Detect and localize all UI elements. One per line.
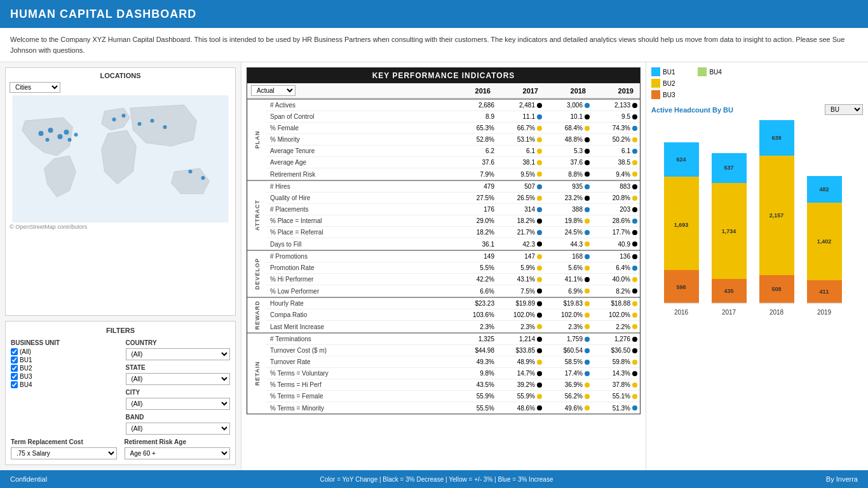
table-row: % Terms = Minority 55.5% 48.6% 49.6% 51.… bbox=[266, 402, 640, 414]
country-select[interactable]: (All) bbox=[126, 348, 231, 360]
svg-text:2019: 2019 bbox=[817, 309, 832, 316]
reward-label: REWARD bbox=[247, 298, 266, 332]
city-select[interactable]: (All) bbox=[126, 398, 231, 410]
svg-point-7 bbox=[74, 133, 78, 137]
table-row: Promotion Rate 5.5% 5.9% 5.6% 6.4% bbox=[266, 262, 640, 274]
bu4-legend: BU4 bbox=[698, 67, 721, 76]
table-row: # Hires 479 507 935 883 bbox=[266, 181, 640, 193]
chart-area: 598 1,693 624 2016 435 1,734 537 bbox=[651, 119, 863, 465]
right-panel: BU1 BU2 BU3 BU4 bbox=[646, 62, 868, 470]
bu-all-checkbox[interactable]: (All) bbox=[11, 348, 116, 355]
svg-text:482: 482 bbox=[819, 186, 829, 193]
country-label: COUNTRY bbox=[126, 339, 231, 346]
page-header: HUMAN CAPITAL DASHBOARD bbox=[0, 0, 868, 28]
table-row: Span of Control 8.9 11.1 10.1 9.5 bbox=[266, 111, 640, 123]
svg-text:2017: 2017 bbox=[722, 309, 736, 316]
view-select[interactable]: Actual bbox=[251, 85, 295, 96]
table-row: Last Merit Increase 2.3% 2.3% 2.3% 2.2% bbox=[266, 321, 640, 332]
page-title: HUMAN CAPITAL DASHBOARD bbox=[10, 8, 196, 21]
bu1-legend-box bbox=[651, 67, 660, 76]
svg-text:639: 639 bbox=[771, 135, 781, 141]
table-row: % Hi Performer 42.2% 43.1% 41.1% 40.0% bbox=[266, 274, 640, 285]
table-row: Average Age 37.6 38.1 37.6 38.5 bbox=[266, 157, 640, 168]
bu3-legend-box bbox=[651, 90, 660, 99]
cities-dropdown[interactable]: Cities bbox=[10, 82, 60, 93]
quality-of-hire-row: Quality of Hire 27.5% 26.5% 23.2% 20.8% bbox=[266, 193, 640, 204]
bu1-checkbox[interactable]: BU1 bbox=[11, 356, 116, 363]
table-row: # Promotions 149 147 168 136 bbox=[266, 251, 640, 262]
table-row: # Actives 2,686 2,481 3,006 2,133 bbox=[266, 100, 640, 111]
retain-section: RETAIN # Terminations 1,325 1,214 1,759 … bbox=[247, 332, 640, 414]
band-label: BAND bbox=[126, 414, 231, 421]
svg-text:624: 624 bbox=[676, 156, 686, 163]
develop-section: DEVELOP # Promotions 149 147 168 136 Pro… bbox=[247, 250, 640, 297]
year-2018-header: 2018 bbox=[538, 87, 586, 95]
svg-point-2 bbox=[48, 128, 53, 133]
kpi-table: KEY PERFORMANCE INDICATORS Actual 2016 2… bbox=[247, 67, 641, 414]
bu1-legend: BU1 bbox=[651, 67, 675, 76]
term-replacement-label: Term Replacement Cost bbox=[11, 438, 117, 445]
retirement-risk-select[interactable]: Age 60 + bbox=[125, 447, 231, 459]
develop-label: DEVELOP bbox=[247, 251, 266, 297]
table-row: % Female 65.3% 66.7% 68.4% 74.3% bbox=[266, 123, 640, 134]
svg-point-8 bbox=[112, 118, 116, 121]
bu4-checkbox[interactable]: BU4 bbox=[11, 381, 116, 388]
svg-point-1 bbox=[39, 131, 44, 136]
svg-text:508: 508 bbox=[771, 286, 781, 292]
svg-text:2018: 2018 bbox=[770, 309, 784, 316]
table-row: % Place = Internal 29.0% 18.2% 19.8% 28.… bbox=[266, 215, 640, 227]
plan-label: PLAN bbox=[247, 100, 266, 180]
svg-point-5 bbox=[46, 138, 50, 142]
attract-label: ATTRACT bbox=[247, 181, 266, 250]
year-2019-header: 2019 bbox=[586, 87, 634, 95]
plan-section: PLAN # Actives 2,686 2,481 3,006 2,133 S… bbox=[247, 98, 640, 180]
svg-point-6 bbox=[68, 138, 72, 142]
reward-section: REWARD Hourly Rate $23.23 $19.89 $19.83 … bbox=[247, 297, 640, 332]
map-title: LOCATIONS bbox=[10, 72, 231, 79]
bu2-legend: BU2 bbox=[651, 79, 675, 88]
table-row: % Terms = Female 55.9% 55.9% 56.2% 55.1% bbox=[266, 391, 640, 402]
footer-left: Confidential bbox=[10, 475, 47, 483]
left-panel: LOCATIONS Cities bbox=[0, 62, 241, 470]
svg-point-9 bbox=[122, 114, 126, 118]
svg-text:598: 598 bbox=[676, 284, 686, 290]
bu3-legend: BU3 bbox=[651, 90, 675, 99]
footer: Confidential Color = YoY Change | Black … bbox=[0, 470, 868, 488]
kpi-controls: Actual 2016 2017 2018 2019 bbox=[247, 83, 640, 98]
svg-text:1,734: 1,734 bbox=[722, 228, 736, 234]
bu2-legend-box bbox=[651, 79, 660, 88]
map-section: LOCATIONS Cities bbox=[5, 67, 236, 316]
table-row: # Placements 176 314 388 203 bbox=[266, 204, 640, 215]
svg-point-10 bbox=[138, 122, 142, 126]
table-row: % Minority 52.8% 53.1% 48.8% 50.2% bbox=[266, 134, 640, 146]
svg-point-14 bbox=[201, 176, 205, 180]
state-select[interactable]: (All) bbox=[126, 373, 231, 385]
legend: BU1 BU2 BU3 BU4 bbox=[651, 67, 863, 99]
svg-point-4 bbox=[64, 130, 69, 135]
city-label: CITY bbox=[126, 389, 231, 396]
table-row: Days to Fill 36.1 42.3 44.3 40.9 bbox=[266, 238, 640, 250]
svg-point-13 bbox=[189, 170, 193, 173]
table-row: % Terms = Voluntary 9.8% 14.7% 17.4% 14.… bbox=[266, 368, 640, 379]
svg-text:1,693: 1,693 bbox=[674, 222, 689, 228]
headcount-chart-svg: 598 1,693 624 2016 435 1,734 537 bbox=[651, 112, 855, 348]
bu4-legend-box bbox=[698, 67, 707, 76]
kpi-panel: KEY PERFORMANCE INDICATORS Actual 2016 2… bbox=[241, 62, 646, 470]
table-row: Average Tenure 6.2 6.1 5.3 6.1 bbox=[266, 146, 640, 157]
table-row: % Place = Referral 18.2% 21.7% 24.5% 17.… bbox=[266, 227, 640, 238]
footer-center: Color = YoY Change | Black = 3% Decrease… bbox=[320, 476, 553, 483]
year-2016-header: 2016 bbox=[443, 87, 491, 95]
filters-section: FILTERS BUSINESS UNIT (All) BU1 BU2 bbox=[5, 321, 236, 465]
band-select[interactable]: (All) bbox=[126, 423, 231, 435]
table-row: # Terminations 1,325 1,214 1,759 1,276 bbox=[266, 334, 640, 345]
table-row: Compa Ratio 103.6% 102.0% 102.0% 102.0% bbox=[266, 309, 640, 321]
year-2017-header: 2017 bbox=[491, 87, 538, 95]
table-row: Hourly Rate $23.23 $19.89 $19.83 $18.88 bbox=[266, 298, 640, 309]
bu3-checkbox[interactable]: BU3 bbox=[11, 373, 116, 380]
svg-text:2016: 2016 bbox=[674, 309, 689, 316]
term-replacement-select[interactable]: .75 x Salary bbox=[11, 447, 117, 459]
state-label: STATE bbox=[126, 364, 231, 371]
bu2-checkbox[interactable]: BU2 bbox=[11, 365, 116, 372]
table-row: Turnover Rate 49.3% 48.9% 58.5% 59.8% bbox=[266, 356, 640, 368]
map-container bbox=[10, 95, 231, 222]
